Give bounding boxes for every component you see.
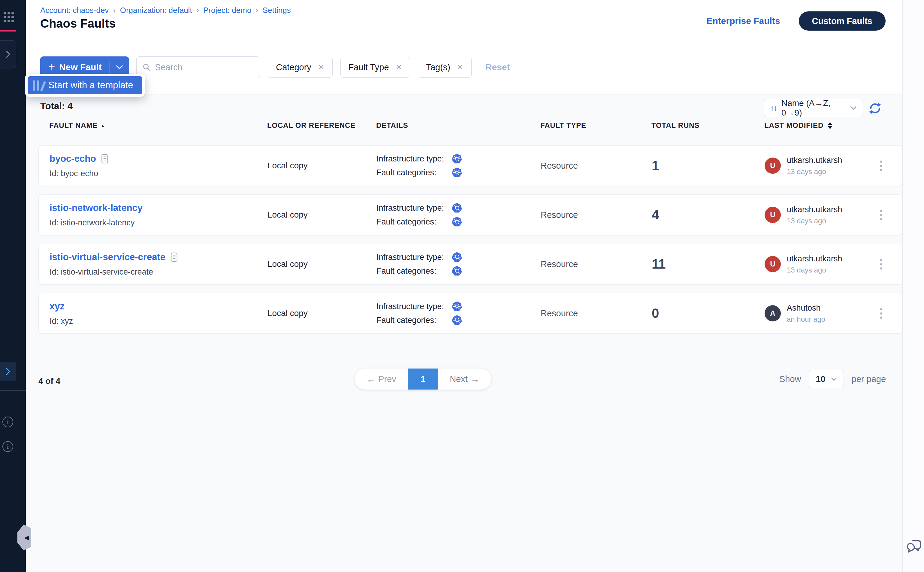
breadcrumb-settings[interactable]: Settings: [263, 6, 291, 15]
close-icon[interactable]: ✕: [396, 63, 402, 72]
last-modified-cell: U utkarsh.utkarsh 13 days ago: [765, 254, 875, 274]
kubernetes-icon: [451, 301, 462, 312]
close-icon[interactable]: ✕: [318, 63, 325, 72]
table-row: istio-virtual-service-create Id: istio-v…: [39, 244, 902, 284]
fault-type-cell: Resource: [541, 161, 652, 171]
local-or-reference-cell: Local copy: [268, 308, 376, 318]
fault-type-cell: Resource: [541, 259, 652, 269]
row-menu-button[interactable]: [875, 308, 887, 319]
new-fault-dropdown-menu: Start with a template: [25, 74, 145, 96]
column-fault-name[interactable]: FAULT NAME ▲: [49, 121, 267, 130]
sidebar-expand-button[interactable]: [0, 362, 16, 381]
breadcrumb-account[interactable]: Account: chaos-dev: [40, 6, 109, 15]
chevron-down-icon: [116, 65, 123, 70]
main-area: Account: chaos-dev › Organization: defau…: [26, 0, 902, 572]
row-menu-button[interactable]: [875, 259, 887, 269]
collapse-left-icon: ◀: [24, 535, 29, 541]
breadcrumb-organization[interactable]: Organization: default: [120, 6, 192, 15]
right-rail: [902, 0, 924, 572]
app-grid-icon[interactable]: [4, 12, 19, 22]
chevron-right-icon: ›: [113, 5, 115, 15]
chaos-faults-page: i i ◀ Account: chaos-dev › Organization:…: [0, 0, 924, 572]
local-or-reference-cell: Local copy: [268, 210, 376, 220]
fault-name-cell: xyz Id: xyz: [50, 301, 268, 326]
avatar: U: [765, 256, 781, 272]
avatar: U: [765, 207, 781, 223]
enterprise-faults-link[interactable]: Enterprise Faults: [707, 16, 780, 26]
breadcrumb: Account: chaos-dev › Organization: defau…: [40, 5, 291, 15]
sort-arrows-icon: ↑↓: [770, 104, 776, 113]
infrastructure-type-label: Infrastructure type:: [376, 253, 451, 262]
search-icon: [143, 63, 151, 72]
fault-name-link[interactable]: istio-network-latency: [50, 202, 143, 213]
row-menu-button[interactable]: [875, 210, 887, 220]
table-row: byoc-echo Id: byoc-echo Local copy: [39, 145, 902, 186]
fault-categories-label: Fault categories:: [376, 266, 451, 276]
modified-by: utkarsh.utkarsh: [787, 205, 842, 214]
start-with-template-menu-item[interactable]: Start with a template: [28, 76, 142, 94]
fault-type-cell: Resource: [541, 308, 652, 319]
fault-name-link[interactable]: istio-virtual-service-create: [50, 252, 165, 263]
sort-dropdown[interactable]: ↑↓ Name (A→Z, 0→9): [764, 99, 863, 117]
chevron-down-icon: [850, 106, 857, 110]
modified-time: 13 days ago: [787, 266, 842, 274]
sort-ascending-icon: ▲: [101, 123, 105, 128]
fault-id: Id: istio-network-latency: [50, 218, 268, 227]
fault-categories-label: Fault categories:: [376, 217, 451, 227]
arrow-left-icon: ←: [367, 374, 375, 384]
filter-chip-label: Fault Type: [348, 62, 389, 72]
kubernetes-icon: [451, 202, 462, 213]
avatar: U: [765, 157, 781, 174]
total-runs-cell: 0: [652, 306, 765, 321]
chat-support-icon[interactable]: [905, 539, 923, 555]
filter-chip-fault-type[interactable]: Fault Type ✕: [341, 57, 411, 78]
details-cell: Infrastructure type:: [376, 202, 541, 227]
info-icon[interactable]: i: [2, 441, 13, 452]
table-header-row: FAULT NAME ▲ LOCAL OR REFERENCE DETAILS …: [39, 121, 902, 130]
filter-chip-category[interactable]: Category ✕: [268, 57, 332, 78]
template-icon: [33, 80, 42, 91]
page-size-value: 10: [816, 374, 825, 384]
breadcrumb-project[interactable]: Project: demo: [203, 6, 251, 15]
header-actions: Enterprise Faults Custom Faults: [707, 11, 885, 31]
new-fault-label: New Fault: [59, 62, 102, 72]
reset-filters-link[interactable]: Reset: [485, 62, 510, 72]
page-size-select[interactable]: 10: [809, 370, 844, 389]
info-icon[interactable]: i: [2, 417, 13, 427]
refresh-button[interactable]: [868, 101, 882, 115]
fault-name-link[interactable]: byoc-echo: [50, 153, 96, 164]
next-page-button[interactable]: Next →: [438, 368, 491, 390]
page-header: Account: chaos-dev › Organization: defau…: [26, 0, 902, 40]
filter-chip-tags[interactable]: Tag(s) ✕: [418, 57, 471, 78]
new-fault-button[interactable]: + New Fault: [40, 62, 110, 72]
column-last-modified[interactable]: LAST MODIFIED: [764, 121, 875, 130]
kubernetes-icon: [451, 315, 462, 326]
prev-page-button[interactable]: ← Prev: [355, 368, 408, 390]
current-page-button[interactable]: 1: [408, 368, 438, 390]
modified-time: an hour ago: [787, 315, 825, 323]
new-fault-dropdown-toggle[interactable]: [110, 65, 129, 70]
fault-list: byoc-echo Id: byoc-echo Local copy: [39, 145, 902, 334]
per-page-control: Show 10 per page: [779, 370, 886, 389]
chevron-right-icon: ›: [255, 5, 258, 15]
kubernetes-icon: [451, 216, 462, 227]
custom-faults-button[interactable]: Custom Faults: [799, 11, 885, 31]
sidebar-expand-panel[interactable]: [0, 40, 16, 68]
total-count-label: Total: 4: [40, 101, 73, 112]
sidebar-divider: [0, 499, 26, 499]
fault-categories-label: Fault categories:: [376, 168, 451, 177]
document-icon[interactable]: [101, 154, 109, 164]
close-icon[interactable]: ✕: [457, 63, 464, 72]
chevron-right-icon: [4, 50, 12, 59]
fault-name-link[interactable]: xyz: [50, 301, 65, 312]
search-input[interactable]: [155, 62, 254, 72]
last-modified-cell: U utkarsh.utkarsh 13 days ago: [765, 156, 875, 176]
kubernetes-icon: [451, 167, 462, 178]
document-icon[interactable]: [170, 252, 178, 262]
table-row: xyz Id: xyz Local copy: [39, 293, 902, 334]
row-menu-button[interactable]: [875, 160, 887, 171]
modified-by: Ashutosh: [787, 303, 825, 313]
modified-by: utkarsh.utkarsh: [787, 254, 842, 264]
infrastructure-type-label: Infrastructure type:: [376, 154, 451, 163]
pagination: ← Prev 1 Next →: [355, 368, 491, 390]
